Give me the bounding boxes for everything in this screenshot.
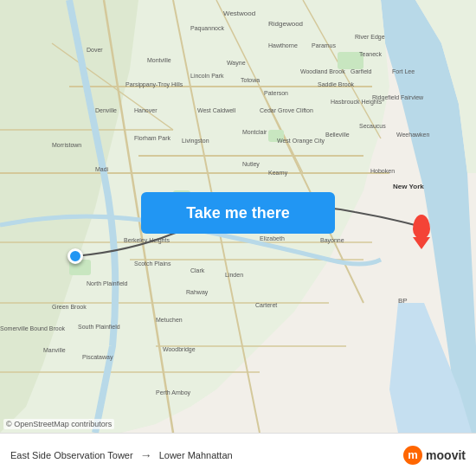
svg-text:Montville: Montville: [147, 57, 171, 63]
svg-text:Paquannock: Paquannock: [190, 25, 224, 32]
take-me-there-button[interactable]: Take me there: [141, 192, 335, 234]
svg-text:Piscataway: Piscataway: [82, 354, 113, 361]
origin-marker: [68, 248, 83, 264]
svg-text:Hanover: Hanover: [134, 107, 158, 113]
svg-text:Kearny: Kearny: [268, 170, 288, 177]
svg-text:Hoboken: Hoboken: [370, 168, 395, 174]
svg-text:Montclair: Montclair: [242, 129, 267, 135]
svg-text:Florham Park: Florham Park: [134, 135, 171, 141]
moovit-logo: m moovit: [403, 446, 466, 465]
bottom-bar: East Side Observation Tower → Lower Mahn…: [0, 433, 476, 476]
svg-text:Nutley: Nutley: [242, 161, 260, 168]
svg-text:Rahway: Rahway: [186, 289, 209, 296]
svg-text:West Caldwell: West Caldwell: [197, 107, 236, 113]
svg-text:Cedar Grove: Cedar Grove: [260, 107, 294, 113]
svg-text:Livingston: Livingston: [182, 138, 209, 145]
svg-text:South Plainfield: South Plainfield: [78, 324, 120, 330]
svg-text:Parsippany-Troy Hills: Parsippany-Troy Hills: [125, 81, 183, 88]
svg-text:Fort Lee: Fort Lee: [392, 68, 415, 74]
svg-text:Manville: Manville: [43, 347, 66, 353]
map-attribution: © OpenStreetMap contributors: [3, 419, 114, 429]
svg-text:Ridgefield Fairview: Ridgefield Fairview: [372, 94, 424, 101]
svg-text:Carteret: Carteret: [255, 302, 277, 308]
svg-text:Perth Amboy: Perth Amboy: [156, 389, 191, 396]
svg-text:North Plainfield: North Plainfield: [87, 280, 128, 286]
svg-text:Clifton: Clifton: [296, 107, 313, 113]
svg-text:Westwood: Westwood: [223, 10, 255, 17]
svg-text:Madi: Madi: [95, 166, 109, 172]
svg-text:Bayonne: Bayonne: [320, 237, 344, 244]
svg-text:Green Brook: Green Brook: [52, 304, 87, 310]
svg-text:BP: BP: [398, 297, 408, 305]
svg-text:Morristown: Morristown: [52, 142, 81, 148]
svg-text:Lincoln Park: Lincoln Park: [190, 73, 224, 79]
svg-text:Denville: Denville: [95, 107, 117, 113]
moovit-icon: m: [403, 446, 422, 465]
svg-text:Scotch Plains: Scotch Plains: [134, 261, 171, 267]
svg-text:West Orange City: West Orange City: [277, 138, 325, 145]
svg-text:Clark: Clark: [190, 267, 205, 273]
destination-marker: [413, 215, 430, 239]
svg-text:Weehawken: Weehawken: [396, 132, 430, 138]
svg-text:Ridgewood: Ridgewood: [268, 20, 303, 28]
svg-text:Linden: Linden: [225, 272, 243, 278]
svg-text:River Edge: River Edge: [355, 34, 385, 41]
svg-text:Saddle Brook: Saddle Brook: [318, 81, 355, 87]
svg-text:Hawthorne: Hawthorne: [268, 42, 298, 48]
origin-label: East Side Observation Tower: [10, 450, 133, 460]
svg-text:Teaneck: Teaneck: [359, 51, 383, 57]
svg-text:Belleville: Belleville: [325, 132, 350, 138]
svg-text:Metuchen: Metuchen: [156, 317, 183, 323]
svg-text:Wayne: Wayne: [227, 60, 246, 67]
svg-text:Woodland Brook: Woodland Brook: [300, 68, 345, 74]
svg-text:Paterson: Paterson: [264, 90, 288, 96]
svg-text:Woodbridge: Woodbridge: [163, 346, 196, 353]
svg-text:Dover: Dover: [87, 47, 103, 53]
arrow-icon: →: [140, 448, 152, 462]
svg-text:Paramus: Paramus: [312, 42, 337, 48]
destination-label: Lower Mahnattan: [159, 450, 233, 460]
svg-text:Totowa: Totowa: [241, 77, 260, 83]
route-info: East Side Observation Tower → Lower Mahn…: [10, 448, 403, 462]
moovit-text: moovit: [426, 448, 466, 462]
svg-text:New York: New York: [393, 183, 424, 190]
svg-text:Garfield: Garfield: [351, 68, 372, 74]
svg-text:Somerville Bound Brook: Somerville Bound Brook: [0, 325, 66, 331]
map-container: Ridgewood Westwood Paquannock Hawthorne …: [0, 0, 476, 433]
svg-text:Elizabeth: Elizabeth: [260, 235, 285, 241]
svg-text:Secaucus: Secaucus: [359, 123, 386, 129]
